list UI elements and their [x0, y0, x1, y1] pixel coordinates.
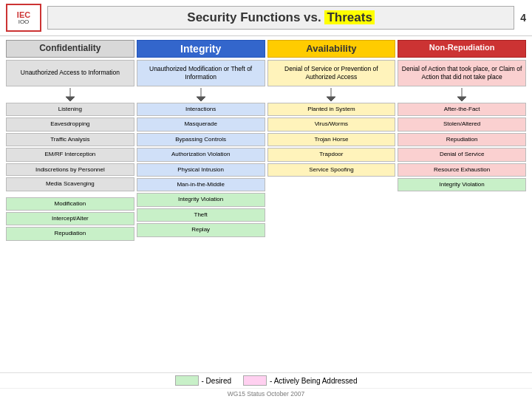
footer: WG15 Status October 2007 — [0, 388, 532, 399]
nonrep-item-1: Stolen/Altered — [398, 117, 526, 131]
conf-item-5: Media Scavenging — [6, 177, 134, 191]
col-header-nonrep: Non-Repudiation — [398, 40, 526, 58]
conf-item-2: Traffic Analysis — [6, 133, 134, 146]
conf-item-3: EM/RF Interception — [6, 148, 134, 161]
legend-desired: - Desired — [175, 375, 232, 386]
legend-actively-label: - Actively Being Addressed — [270, 377, 357, 385]
page-number: 4 — [520, 12, 526, 24]
conf-subtitle: Unauthorized Access to Information — [6, 60, 134, 86]
avail-column: Denial of Service or Prevention of Autho… — [267, 60, 396, 371]
integ-item-2: Bypassing Controls — [137, 133, 265, 146]
nonrep-item-3: Denial of Service — [398, 148, 526, 161]
conf-item-1: Eavesdropping — [6, 117, 134, 131]
integ-subtitle: Unauthorized Modification or Theft of In… — [137, 60, 265, 86]
col-header-conf: Confidentiality — [6, 40, 134, 58]
nonrep-item-5: Integrity Violation — [398, 178, 526, 191]
nonrep-item-2: Repudiation — [398, 133, 526, 146]
integ-item-1: Masquerade — [137, 117, 265, 131]
integ-item-7: Theft — [137, 208, 265, 222]
conf-item-4: Indiscretions by Personnel — [6, 163, 134, 177]
avail-arrow — [324, 88, 338, 101]
avail-item-1: Virus/Worms — [267, 117, 396, 131]
conf-column: Unauthorized Access to Information Liste… — [6, 60, 134, 371]
integ-column: Unauthorized Modification or Theft of In… — [137, 60, 265, 371]
integ-arrow — [194, 88, 208, 101]
nonrep-item-4: Resource Exhaustion — [398, 163, 526, 177]
integ-item-4: Physical Intrusion — [137, 163, 265, 177]
legend-actively: - Actively Being Addressed — [243, 375, 357, 386]
title-highlight: Threats — [324, 10, 374, 24]
avail-subtitle: Denial of Service or Prevention of Autho… — [267, 60, 396, 86]
conf-extra-0: Modification — [6, 197, 134, 211]
conf-arrow — [63, 88, 78, 101]
integ-item-3: Authorization Violation — [137, 148, 265, 161]
avail-item-0: Planted in System — [267, 103, 396, 116]
avail-item-4: Service Spoofing — [267, 163, 396, 177]
col-header-integ: Integrity — [137, 40, 265, 58]
legend-actively-box — [243, 375, 267, 386]
nonrep-item-0: After-the-Fact — [398, 103, 526, 116]
nonrep-subtitle: Denial of Action that took place, or Cla… — [398, 60, 526, 86]
conf-extra-2: Repudiation — [6, 227, 134, 240]
integ-item-8: Replay — [137, 223, 265, 236]
conf-item-0: Listening — [6, 103, 134, 116]
legend-desired-box — [175, 375, 199, 386]
col-header-avail: Availability — [267, 40, 396, 58]
nonrep-column: Denial of Action that took place, or Cla… — [398, 60, 526, 371]
footer-text: WG15 Status October 2007 — [228, 390, 304, 398]
integ-item-5: Man-in-the-Middle — [137, 178, 265, 191]
conf-extra-1: Intercept/Alter — [6, 212, 134, 225]
avail-item-2: Trojan Horse — [267, 133, 396, 146]
avail-item-3: Trapdoor — [267, 148, 396, 161]
page-title: Security Functions vs. Threats — [47, 6, 514, 30]
legend-desired-label: - Desired — [202, 377, 232, 385]
logo: IEC IOO — [6, 4, 41, 32]
integ-item-6: Integrity Violation — [137, 193, 265, 206]
integ-item-0: Interactions — [137, 103, 265, 116]
title-text: Security Functions vs. — [187, 10, 321, 24]
nonrep-arrow — [454, 88, 469, 101]
